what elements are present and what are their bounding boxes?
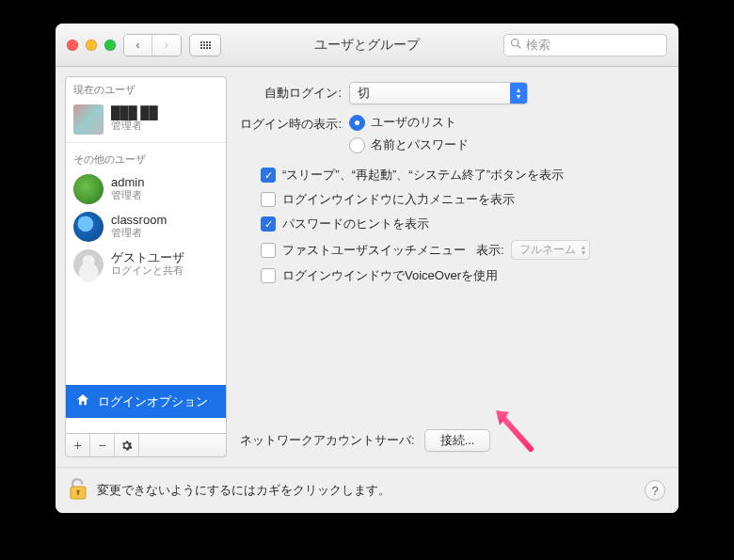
sidebar: 現在のユーザ ███ ██ 管理者 その他のユーザ admin 管理者 [65,76,227,457]
avatar [73,212,104,242]
nav-segment: ‹ › [123,34,182,56]
help-button[interactable]: ? [645,480,665,501]
avatar [73,249,104,280]
window-body: 現在のユーザ ███ ██ 管理者 その他のユーザ admin 管理者 [56,67,678,467]
login-display-label: ログイン時の表示: [238,114,342,133]
lock-icon[interactable] [69,477,88,504]
radio-name-password[interactable] [349,137,365,153]
checkbox-fast-user-switch[interactable] [261,243,276,258]
section-other-users: その他のユーザ [66,147,226,170]
titlebar: ‹ › ユーザとグループ 検索 [56,24,678,67]
fast-user-popup[interactable]: フルネーム ▴ ▾ [511,240,590,260]
auto-login-row: 自動ログイン: 切 ▴ ▾ [238,82,667,104]
connect-button[interactable]: 接続... [424,429,491,452]
checkbox-input-menu[interactable] [261,192,276,207]
minimize-window-button[interactable] [86,40,97,51]
user-role: ログインと共有 [111,264,184,278]
checkbox-input-menu-label: ログインウインドウに入力メニューを表示 [282,191,515,208]
fast-user-display-label: 表示: [476,242,504,259]
user-role: 管理者 [111,189,144,202]
main-panel: 自動ログイン: 切 ▴ ▾ ログイン時の表示: ユーザのリスト [236,76,669,457]
grid-icon [200,41,211,49]
svg-point-0 [512,40,519,47]
close-window-button[interactable] [67,40,78,51]
network-server-row: ネットワークアカウントサーバ: 接続... [240,429,667,452]
user-row-classroom[interactable]: classroom 管理者 [66,208,226,246]
user-role: 管理者 [111,120,158,133]
zoom-window-button[interactable] [104,40,116,51]
remove-user-button[interactable]: − [90,434,115,456]
avatar [73,174,104,204]
search-icon [510,38,521,52]
radio-name-password-label: 名前とパスワード [371,136,469,153]
checkbox-password-hint-label: パスワードのヒントを表示 [282,216,429,232]
search-placeholder: 検索 [526,37,550,54]
chevron-updown-icon: ▴ ▾ [582,245,585,256]
gear-icon [120,440,133,452]
auto-login-popup[interactable]: 切 ▴ ▾ [349,82,528,104]
user-row-admin[interactable]: admin 管理者 [66,170,226,208]
avatar [73,104,104,135]
checkbox-sleep-restart[interactable]: ✓ [261,168,276,183]
login-display-row: ログイン時の表示: ユーザのリスト 名前とパスワード [238,114,667,153]
svg-rect-4 [77,491,79,495]
user-list: 現在のユーザ ███ ██ 管理者 その他のユーザ admin 管理者 [65,76,227,433]
divider [66,142,226,143]
svg-line-1 [518,45,520,48]
chevron-updown-icon: ▴ ▾ [510,83,527,104]
user-name: ゲストユーザ [111,251,184,264]
connect-button-label: 接続... [440,432,475,449]
actions-gear-button[interactable] [115,434,139,456]
traffic-lights [67,40,116,51]
footer: 変更できないようにするにはカギをクリックします。 ? [56,467,678,513]
checkbox-voiceover-label: ログインウインドウでVoiceOverを使用 [282,267,498,284]
checkbox-voiceover[interactable] [261,268,276,283]
auto-login-label: 自動ログイン: [238,85,342,102]
user-name: ███ ██ [111,106,158,120]
radio-user-list[interactable] [349,115,365,131]
network-server-label: ネットワークアカウントサーバ: [240,432,415,449]
checkbox-group: ✓ “スリープ”、“再起動”、“システム終了”ボタンを表示 ログインウインドウに… [238,167,667,292]
search-field[interactable]: 検索 [503,34,667,56]
user-name: classroom [111,214,167,227]
user-row-current[interactable]: ███ ██ 管理者 [66,101,226,138]
auto-login-value: 切 [358,85,370,102]
user-role: 管理者 [111,227,167,240]
login-options-item[interactable]: ログインオプション [66,385,226,418]
radio-user-list-label: ユーザのリスト [371,114,456,131]
checkbox-fast-user-switch-label: ファストユーザスイッチメニュー [282,242,466,259]
lock-text: 変更できないようにするにはカギをクリックします。 [97,482,391,499]
sidebar-toolbar: + − [65,433,227,457]
checkbox-password-hint[interactable]: ✓ [261,216,276,232]
section-current-user: 現在のユーザ [66,77,226,101]
login-options-label: ログインオプション [98,393,208,410]
add-user-button[interactable]: + [66,434,90,456]
checkbox-sleep-restart-label: “スリープ”、“再起動”、“システム終了”ボタンを表示 [282,167,564,184]
show-all-button[interactable] [189,34,221,56]
preferences-window: ‹ › ユーザとグループ 検索 現在のユーザ [56,24,678,513]
user-name: admin [111,176,144,189]
user-row-guest[interactable]: ゲストユーザ ログインと共有 [66,246,226,283]
house-icon [75,392,90,410]
forward-button[interactable]: › [152,35,181,56]
back-button[interactable]: ‹ [124,35,152,56]
fast-user-value: フルネーム [519,242,576,258]
